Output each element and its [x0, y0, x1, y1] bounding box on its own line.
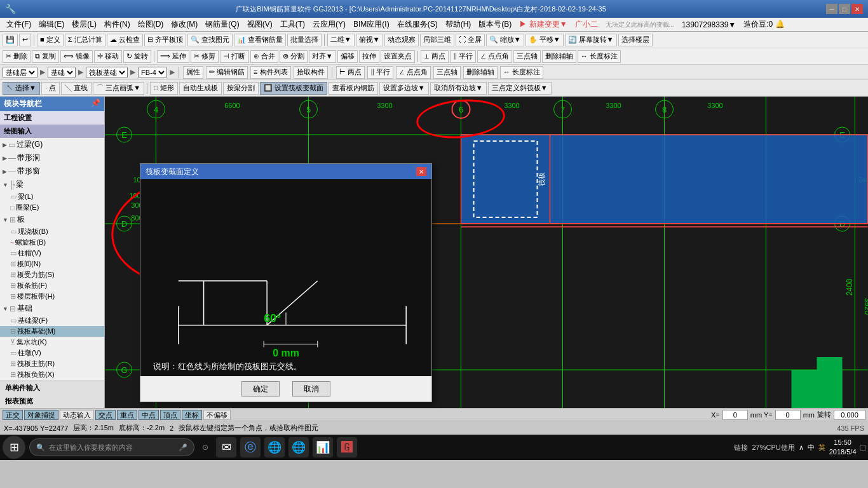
status-dynamic-input[interactable]: 动态输入 [60, 410, 94, 420]
sidebar-item-fabanzjin[interactable]: ⊞ 筏板主筋(R) [0, 358, 104, 369]
action-cancel-slope[interactable]: 取消所有边坡▼ [430, 82, 487, 95]
taskbar-expand[interactable]: ∧ [799, 444, 804, 452]
menu-newchange[interactable]: ▶ 新建变更▼ [515, 18, 571, 31]
action-view-rebar[interactable]: 查看板内钢筋 [329, 82, 378, 95]
status-snap[interactable]: 对象捕捉 [24, 410, 58, 420]
sidebar-item-zhumao[interactable]: ▭ 柱帽(V) [0, 248, 104, 259]
sidebar-item-fabanjc[interactable]: ⊟ 筏板基础(M) [0, 326, 104, 337]
toolbar-select-layer[interactable]: 选择楼层 [618, 34, 653, 46]
toolbar-screen-rotate[interactable]: 🔄 屏幕旋转▼ [565, 34, 617, 46]
action-point[interactable]: · 点 [41, 82, 60, 95]
toolbar-zoom[interactable]: 🔍 缩放▼ [486, 34, 524, 46]
breadcrumb-edit-rebar[interactable]: ✏ 编辑钢筋 [206, 66, 248, 79]
toolbar-pan[interactable]: ✋ 平移▼ [526, 34, 564, 46]
breadcrumb-element-list[interactable]: ≡ 构件列表 [250, 66, 290, 79]
menu-online[interactable]: 在线服务(S) [393, 18, 442, 31]
breadcrumb-point-angle[interactable]: ∠ 点点角 [396, 66, 431, 79]
sidebar-item-banshoulijin[interactable]: ⊞ 板受力筋(S) [0, 269, 104, 280]
toolbar-local-3d[interactable]: 局部三维 [420, 34, 454, 46]
breadcrumb-del-aux[interactable]: 删除辅轴 [463, 66, 498, 79]
breadcrumb-three-axis2[interactable]: 三点轴 [433, 66, 461, 79]
sidebar-item-bantiaojin[interactable]: ⊞ 板条筋(F) [0, 280, 104, 291]
menu-bim[interactable]: BIM应用(I) [349, 18, 393, 31]
toolbar-break[interactable]: ⊣ 打断 [220, 50, 248, 63]
menu-file[interactable]: 文件(F) [3, 18, 35, 31]
status-nooffset[interactable]: 不偏移 [203, 410, 231, 420]
menu-tools[interactable]: 工具(T) [276, 18, 309, 31]
toolbar-define[interactable]: ■ 定义 [37, 34, 64, 46]
toolbar-merge[interactable]: ⊕ 合并 [250, 50, 278, 63]
sidebar-group-guoliang[interactable]: ▶ ▭ 过梁(G) [0, 138, 104, 151]
taskbar-app-5[interactable]: 📊 [313, 437, 333, 458]
toolbar-extend[interactable]: ⟹ 延伸 [157, 50, 189, 63]
sidebar-group-daichuang[interactable]: ▶ — 带形窗 [0, 165, 104, 178]
close-button[interactable]: ✕ [851, 4, 863, 14]
menu-edit[interactable]: 编辑(E) [35, 18, 68, 31]
dialog-cancel-button[interactable]: 取消 [292, 381, 330, 396]
toolbar-view-rebar[interactable]: 📊 查看钢筋量 [234, 34, 286, 46]
y-input[interactable] [775, 410, 801, 420]
toolbar-undo[interactable]: ↩ [19, 34, 31, 46]
action-three-pt-slab[interactable]: 三点定义斜筏板▼ [488, 82, 552, 95]
taskbar-notifications[interactable]: □ [860, 442, 865, 452]
toolbar-batch-select[interactable]: 批量选择 [287, 34, 322, 46]
menu-rebar[interactable]: 钢筋量(Q) [201, 18, 243, 31]
sidebar-single-input[interactable]: 单构件输入 [0, 381, 104, 395]
taskbar-app-2[interactable]: ⓔ [240, 437, 261, 458]
breadcrumb-slab-base[interactable]: 筏板基础 [86, 67, 128, 78]
toolbar-move[interactable]: ✛ 移动 [94, 50, 122, 63]
minimize-button[interactable]: ─ [826, 4, 837, 14]
toolbar-mirror[interactable]: ⟺ 镜像 [60, 50, 93, 63]
status-midpoint[interactable]: 重点 [117, 410, 137, 420]
taskbar-lang-en[interactable]: 英 [818, 443, 825, 452]
taskbar-app-6[interactable]: 🅶 [337, 437, 357, 458]
taskbar-app-3[interactable]: 🌐 [264, 437, 285, 458]
menu-notice[interactable]: 无法定义此标高的变截... [602, 19, 678, 30]
rotate-input[interactable] [834, 410, 865, 420]
breadcrumb-parallel[interactable]: ∥ 平行 [367, 66, 393, 79]
sidebar-item-jichuliang[interactable]: ▭ 基础梁(F) [0, 315, 104, 326]
dialog-cross-section[interactable]: 筏板变截面定义 ✕ [140, 163, 432, 402]
breadcrumb-length-mark[interactable]: ↔ 长度标注 [500, 66, 543, 79]
sidebar-item-zhudun[interactable]: ▭ 柱墩(V) [0, 348, 104, 358]
taskbar-app-cortana[interactable]: ⊙ [198, 442, 212, 453]
sidebar-group-liang[interactable]: ▼ ╠ 梁 [0, 178, 104, 191]
toolbar-point-angle[interactable]: ∠ 点点角 [477, 50, 512, 63]
menu-element[interactable]: 构件(N) [100, 18, 134, 31]
menu-price[interactable]: 造价豆:0 🔔 [740, 18, 788, 31]
status-vertex[interactable]: 顶点 [160, 410, 180, 420]
action-rect[interactable]: □ 矩形 [150, 82, 178, 95]
menu-modify[interactable]: 修改(M) [167, 18, 201, 31]
taskbar-link[interactable]: 链接 [734, 443, 748, 452]
toolbar-trim[interactable]: ✂ 修剪 [191, 50, 219, 63]
sidebar-item-jishuikeng[interactable]: ⊻ 集水坑(K) [0, 337, 104, 348]
toolbar-align[interactable]: 对齐▼ [309, 50, 336, 63]
status-intersection[interactable]: 交点 [95, 410, 116, 420]
toolbar-save[interactable]: 💾 [3, 34, 18, 46]
sidebar-report-preview[interactable]: 报表预览 [0, 395, 104, 408]
taskbar-app-1[interactable]: ✉ [216, 437, 236, 458]
taskbar-app-4[interactable]: 🌐 [288, 437, 309, 458]
breadcrumb-property[interactable]: 属性 [183, 66, 203, 79]
cad-canvas-area[interactable]: 4 5 6 7 8 6600 3300 3300 3300 3300 E D G [105, 97, 868, 408]
action-arc[interactable]: ⌒ 三点画弧▼ [93, 82, 144, 95]
menu-cloud[interactable]: 云应用(Y) [309, 18, 349, 31]
toolbar-parallel[interactable]: ∥ 平行 [450, 50, 476, 63]
toolbar-copy[interactable]: ⧉ 复制 [32, 50, 59, 63]
sidebar-item-xianjiaob[interactable]: ▭ 现浇板(B) [0, 226, 104, 237]
sidebar-group-daido[interactable]: ▶ — 带形洞 [0, 151, 104, 165]
action-set-cross-section[interactable]: 🔲 设置筏板变截面 [260, 82, 327, 95]
toolbar-two-point[interactable]: ⊥ 两点 [421, 50, 449, 63]
toolbar-three-axis[interactable]: 三点轴 [513, 50, 541, 63]
breadcrumb-fb4[interactable]: FB-4 [138, 67, 167, 78]
toolbar-2d[interactable]: 二维▼ [327, 34, 355, 46]
action-auto-gen[interactable]: 自动生成板 [179, 82, 222, 95]
status-orthogonal[interactable]: 正交 [3, 410, 23, 420]
sidebar-engineering-setup[interactable]: 工程设置 [0, 111, 104, 125]
toolbar-split[interactable]: ⊗ 分割 [280, 50, 308, 63]
toolbar-offset[interactable]: 偏移 [337, 50, 358, 63]
toolbar-grip[interactable]: 设置夹点 [381, 50, 415, 63]
toolbar-stretch[interactable]: 拉伸 [359, 50, 379, 63]
toolbar-length-mark[interactable]: ↔ 长度标注 [578, 50, 621, 63]
breadcrumb-base-layer[interactable]: 基础层 [3, 67, 37, 78]
